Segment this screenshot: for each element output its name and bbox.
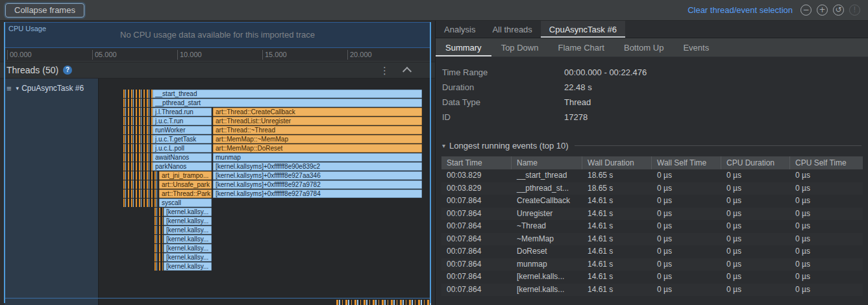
table-cell: __start_thread <box>512 169 582 182</box>
reset-zoom-icon[interactable]: ↺ <box>833 5 844 16</box>
tab-all-threads[interactable]: All threads <box>484 21 540 38</box>
flame-noise-strip <box>123 144 153 152</box>
flame-row: j.l.Thread.runart::Thread::CreateCallbac… <box>99 108 430 116</box>
table-cell: ~MemMap <box>512 233 582 246</box>
subtab-bottom-up[interactable]: Bottom Up <box>614 38 673 56</box>
flame-bar[interactable]: [kernel.kallsyms]+0xffffff8e927aa346 <box>213 171 422 180</box>
table-cell: 0 µs <box>652 195 721 208</box>
table-cell: 0 µs <box>790 169 863 182</box>
flame-bar[interactable]: art::MemMap::DoReset <box>213 144 422 152</box>
flame-noise-strip <box>123 90 153 98</box>
table-row[interactable]: 00:03.829__pthread_st...18.65 s0 µs0 µs0… <box>441 182 863 195</box>
flame-bar[interactable]: art::Thread::~Thread <box>213 126 422 134</box>
table-row[interactable]: 00:07.864CreateCallback14.61 s0 µs0 µs0 … <box>441 195 863 208</box>
subtab-flame-chart[interactable]: Flame Chart <box>548 38 614 56</box>
flame-bar[interactable]: [kernel.kallsy... <box>164 217 212 225</box>
table-row[interactable]: 00:07.864~MemMap14.61 s0 µs0 µs0 µs <box>441 233 863 246</box>
events-table: Start TimeNameWall DurationWall Self Tim… <box>441 156 863 296</box>
flame-bar[interactable]: parkNanos <box>153 162 212 171</box>
subtab-top-down[interactable]: Top Down <box>491 38 549 56</box>
flame-bar[interactable]: art::Thread::CreateCallback <box>213 108 422 116</box>
zoom-to-selection-icon[interactable]: ! <box>849 5 860 16</box>
flame-bar[interactable]: munmap <box>213 153 422 162</box>
flame-noise-strip <box>155 262 163 271</box>
more-options-icon[interactable]: ⋮ <box>380 66 390 75</box>
table-cell: 14.61 s <box>582 195 652 208</box>
flame-bar[interactable]: [kernel.kallsy... <box>164 226 212 234</box>
flame-bar[interactable]: __start_thread <box>153 90 422 98</box>
flame-bar[interactable]: [kernel.kallsyms]+0xffffff8e927a9784 <box>213 189 422 198</box>
collapse-chevron-icon[interactable] <box>403 67 412 76</box>
info-value-id: 17278 <box>564 112 588 122</box>
flame-row: j.u.c.T.getTaskart::MemMap::~MemMap <box>99 135 430 143</box>
clear-selection-link[interactable]: Clear thread/event selection <box>688 5 793 15</box>
collapse-frames-button[interactable]: Collapse frames <box>5 3 84 18</box>
flame-bar[interactable]: [kernel.kallsy... <box>164 208 212 216</box>
subtab-events[interactable]: Events <box>673 38 719 56</box>
flame-bar[interactable]: art::Unsafe_park <box>159 180 212 189</box>
subtab-summary[interactable]: Summary <box>436 38 491 56</box>
cpu-usage-track[interactable]: CPU Usage No CPU usage data available fo… <box>5 22 430 48</box>
table-row[interactable]: 00:07.864Unregister14.61 s0 µs0 µs0 µs <box>441 208 863 221</box>
table-cell: [kernel.kalls... <box>512 284 582 297</box>
table-row[interactable]: 00:07.864munmap14.61 s0 µs0 µs0 µs <box>441 258 863 271</box>
flame-bar[interactable]: syscall <box>159 199 212 207</box>
drag-handle-icon[interactable]: ≡ <box>6 84 12 93</box>
zoom-in-icon[interactable]: + <box>817 5 828 16</box>
timeline-ruler[interactable]: 00.00005.00010.00015.00020.000 <box>5 48 430 62</box>
next-thread-track <box>5 298 430 305</box>
timeline-tick: 20.000 <box>347 50 372 60</box>
flame-bar[interactable]: j.u.c.T.getTask <box>153 135 212 143</box>
table-row[interactable]: 00:07.864~Thread14.61 s0 µs0 µs0 µs <box>441 220 863 233</box>
flame-row: __pthread_start <box>99 99 430 107</box>
flame-bar[interactable]: art::Thread::Park <box>159 189 212 198</box>
next-thread-name-area <box>5 299 99 305</box>
table-cell: 0 µs <box>721 182 790 195</box>
table-row[interactable]: 00:07.864[kernel.kalls...14.61 s0 µs0 µs… <box>441 271 863 284</box>
flame-bar[interactable]: [kernel.kallsy... <box>164 253 212 262</box>
flame-bar[interactable]: [kernel.kallsy... <box>164 244 212 252</box>
table-row[interactable]: 00:03.829__start_thread18.65 s0 µs0 µs0 … <box>441 169 863 182</box>
flame-bar[interactable]: art_jni_trampo... <box>159 171 212 180</box>
flame-bar[interactable]: runWorker <box>153 126 212 134</box>
help-icon[interactable]: ? <box>63 66 72 75</box>
flame-bar[interactable]: [kernel.kallsy... <box>164 235 212 243</box>
flame-bar[interactable]: [kernel.kallsyms]+0xffffff8e927a9782 <box>213 180 422 189</box>
flame-bar[interactable]: [kernel.kallsy... <box>164 262 212 271</box>
table-cell: 0 µs <box>652 271 721 284</box>
flame-bar[interactable]: art::MemMap::~MemMap <box>213 135 422 143</box>
column-header-wall-self-time[interactable]: Wall Self Time <box>652 156 721 169</box>
flame-bar[interactable]: awaitNanos <box>153 153 212 162</box>
flame-bar[interactable]: [kernel.kallsyms]+0xffffff8e90e839c2 <box>213 162 422 171</box>
flame-bar[interactable]: j.u.c.L.poll <box>153 144 212 152</box>
selection-range-left-handle[interactable] <box>4 22 5 303</box>
threads-body: ≡ ▾ CpuAsyncTask #6 __start_thread__pthr… <box>5 79 430 298</box>
column-header-cpu-duration[interactable]: CPU Duration <box>721 156 790 169</box>
table-row[interactable]: 00:07.864[kernel.kalls...14.61 s0 µs0 µs… <box>441 284 863 297</box>
column-header-wall-duration[interactable]: Wall Duration <box>582 156 652 169</box>
column-header-start-time[interactable]: Start Time <box>441 156 512 169</box>
thread-row[interactable]: ≡ ▾ CpuAsyncTask #6 <box>5 82 98 94</box>
flame-bar[interactable]: art::ThreadList::Unregister <box>213 117 422 125</box>
table-cell: 00:03.829 <box>441 169 512 182</box>
expand-caret-icon[interactable]: ▾ <box>16 85 19 92</box>
column-header-cpu-self-time[interactable]: CPU Self Time <box>790 156 863 169</box>
tab-cpuasynctask-6[interactable]: CpuAsyncTask #6 <box>541 21 625 38</box>
events-table-body: 00:03.829__start_thread18.65 s0 µs0 µs0 … <box>441 169 863 296</box>
column-header-name[interactable]: Name <box>512 156 582 169</box>
trace-panel: CPU Usage No CPU usage data available fo… <box>0 21 435 305</box>
flame-bar[interactable]: j.l.Thread.run <box>153 108 212 116</box>
flame-bar[interactable]: j.u.c.T.run <box>153 117 212 125</box>
flame-noise-strip <box>123 189 158 198</box>
table-row[interactable]: 00:07.864DoReset14.61 s0 µs0 µs0 µs <box>441 245 863 258</box>
timeline-tick: 10.000 <box>177 50 202 60</box>
flame-noise-strip <box>123 199 158 207</box>
flame-bar[interactable]: __pthread_start <box>153 99 422 107</box>
selection-range-right-handle[interactable] <box>430 22 431 303</box>
events-section-header[interactable]: ▾ Longest running events (top 10) <box>442 140 862 151</box>
tab-analysis[interactable]: Analysis <box>436 21 484 38</box>
table-cell: 00:07.864 <box>441 208 512 221</box>
flame-noise-strip <box>123 135 153 143</box>
zoom-out-icon[interactable]: − <box>800 5 812 16</box>
info-label-time-range: Time Range <box>442 67 564 77</box>
